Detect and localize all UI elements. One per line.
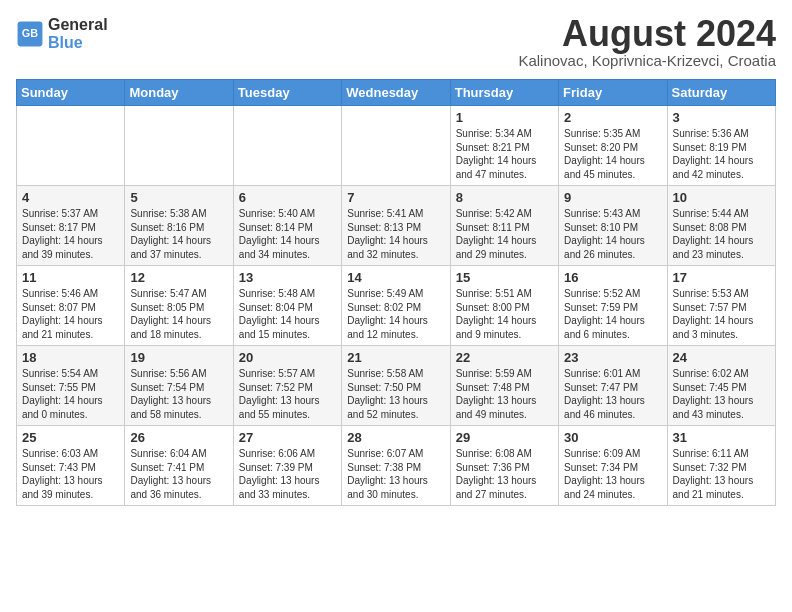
calendar-cell: 26Sunrise: 6:04 AM Sunset: 7:41 PM Dayli…: [125, 426, 233, 506]
calendar-cell: 19Sunrise: 5:56 AM Sunset: 7:54 PM Dayli…: [125, 346, 233, 426]
day-info: Sunrise: 5:52 AM Sunset: 7:59 PM Dayligh…: [564, 287, 661, 341]
day-number: 14: [347, 270, 444, 285]
day-info: Sunrise: 6:11 AM Sunset: 7:32 PM Dayligh…: [673, 447, 770, 501]
day-number: 20: [239, 350, 336, 365]
calendar-week-row: 11Sunrise: 5:46 AM Sunset: 8:07 PM Dayli…: [17, 266, 776, 346]
day-number: 23: [564, 350, 661, 365]
day-info: Sunrise: 5:46 AM Sunset: 8:07 PM Dayligh…: [22, 287, 119, 341]
day-info: Sunrise: 5:41 AM Sunset: 8:13 PM Dayligh…: [347, 207, 444, 261]
calendar-cell: [125, 106, 233, 186]
calendar-cell: [233, 106, 341, 186]
day-number: 24: [673, 350, 770, 365]
day-info: Sunrise: 6:07 AM Sunset: 7:38 PM Dayligh…: [347, 447, 444, 501]
logo-line1: General: [48, 16, 108, 33]
weekday-header-sunday: Sunday: [17, 80, 125, 106]
day-info: Sunrise: 5:49 AM Sunset: 8:02 PM Dayligh…: [347, 287, 444, 341]
calendar-cell: 16Sunrise: 5:52 AM Sunset: 7:59 PM Dayli…: [559, 266, 667, 346]
calendar-cell: 22Sunrise: 5:59 AM Sunset: 7:48 PM Dayli…: [450, 346, 558, 426]
calendar-week-row: 25Sunrise: 6:03 AM Sunset: 7:43 PM Dayli…: [17, 426, 776, 506]
logo-icon: GB: [16, 20, 44, 48]
calendar-cell: 13Sunrise: 5:48 AM Sunset: 8:04 PM Dayli…: [233, 266, 341, 346]
calendar-cell: 20Sunrise: 5:57 AM Sunset: 7:52 PM Dayli…: [233, 346, 341, 426]
day-info: Sunrise: 5:38 AM Sunset: 8:16 PM Dayligh…: [130, 207, 227, 261]
day-info: Sunrise: 5:37 AM Sunset: 8:17 PM Dayligh…: [22, 207, 119, 261]
day-number: 16: [564, 270, 661, 285]
calendar-cell: 24Sunrise: 6:02 AM Sunset: 7:45 PM Dayli…: [667, 346, 775, 426]
calendar-cell: 5Sunrise: 5:38 AM Sunset: 8:16 PM Daylig…: [125, 186, 233, 266]
calendar-cell: 31Sunrise: 6:11 AM Sunset: 7:32 PM Dayli…: [667, 426, 775, 506]
calendar-cell: 21Sunrise: 5:58 AM Sunset: 7:50 PM Dayli…: [342, 346, 450, 426]
day-number: 31: [673, 430, 770, 445]
calendar-cell: 3Sunrise: 5:36 AM Sunset: 8:19 PM Daylig…: [667, 106, 775, 186]
weekday-header-monday: Monday: [125, 80, 233, 106]
weekday-header-thursday: Thursday: [450, 80, 558, 106]
day-number: 10: [673, 190, 770, 205]
calendar-cell: 2Sunrise: 5:35 AM Sunset: 8:20 PM Daylig…: [559, 106, 667, 186]
calendar-cell: 14Sunrise: 5:49 AM Sunset: 8:02 PM Dayli…: [342, 266, 450, 346]
svg-text:GB: GB: [22, 27, 38, 39]
calendar-cell: 9Sunrise: 5:43 AM Sunset: 8:10 PM Daylig…: [559, 186, 667, 266]
calendar-cell: 30Sunrise: 6:09 AM Sunset: 7:34 PM Dayli…: [559, 426, 667, 506]
day-number: 12: [130, 270, 227, 285]
calendar-week-row: 18Sunrise: 5:54 AM Sunset: 7:55 PM Dayli…: [17, 346, 776, 426]
logo: GB General Blue: [16, 16, 108, 51]
logo-line2: Blue: [48, 34, 83, 51]
day-info: Sunrise: 6:03 AM Sunset: 7:43 PM Dayligh…: [22, 447, 119, 501]
calendar-cell: 11Sunrise: 5:46 AM Sunset: 8:07 PM Dayli…: [17, 266, 125, 346]
calendar-cell: 8Sunrise: 5:42 AM Sunset: 8:11 PM Daylig…: [450, 186, 558, 266]
day-info: Sunrise: 5:59 AM Sunset: 7:48 PM Dayligh…: [456, 367, 553, 421]
calendar-cell: [342, 106, 450, 186]
day-number: 25: [22, 430, 119, 445]
day-number: 27: [239, 430, 336, 445]
day-info: Sunrise: 5:42 AM Sunset: 8:11 PM Dayligh…: [456, 207, 553, 261]
calendar-cell: 28Sunrise: 6:07 AM Sunset: 7:38 PM Dayli…: [342, 426, 450, 506]
day-number: 30: [564, 430, 661, 445]
day-number: 15: [456, 270, 553, 285]
day-info: Sunrise: 5:36 AM Sunset: 8:19 PM Dayligh…: [673, 127, 770, 181]
day-number: 21: [347, 350, 444, 365]
day-number: 2: [564, 110, 661, 125]
day-info: Sunrise: 6:02 AM Sunset: 7:45 PM Dayligh…: [673, 367, 770, 421]
day-number: 26: [130, 430, 227, 445]
weekday-header-row: SundayMondayTuesdayWednesdayThursdayFrid…: [17, 80, 776, 106]
day-number: 5: [130, 190, 227, 205]
day-number: 29: [456, 430, 553, 445]
day-info: Sunrise: 5:54 AM Sunset: 7:55 PM Dayligh…: [22, 367, 119, 421]
day-number: 22: [456, 350, 553, 365]
day-number: 7: [347, 190, 444, 205]
day-number: 17: [673, 270, 770, 285]
day-number: 3: [673, 110, 770, 125]
calendar-week-row: 1Sunrise: 5:34 AM Sunset: 8:21 PM Daylig…: [17, 106, 776, 186]
day-number: 1: [456, 110, 553, 125]
calendar-cell: 7Sunrise: 5:41 AM Sunset: 8:13 PM Daylig…: [342, 186, 450, 266]
day-info: Sunrise: 5:56 AM Sunset: 7:54 PM Dayligh…: [130, 367, 227, 421]
calendar-cell: 1Sunrise: 5:34 AM Sunset: 8:21 PM Daylig…: [450, 106, 558, 186]
calendar-cell: 18Sunrise: 5:54 AM Sunset: 7:55 PM Dayli…: [17, 346, 125, 426]
day-info: Sunrise: 5:44 AM Sunset: 8:08 PM Dayligh…: [673, 207, 770, 261]
day-number: 13: [239, 270, 336, 285]
calendar-cell: 25Sunrise: 6:03 AM Sunset: 7:43 PM Dayli…: [17, 426, 125, 506]
day-number: 4: [22, 190, 119, 205]
day-info: Sunrise: 5:57 AM Sunset: 7:52 PM Dayligh…: [239, 367, 336, 421]
day-info: Sunrise: 5:35 AM Sunset: 8:20 PM Dayligh…: [564, 127, 661, 181]
calendar-week-row: 4Sunrise: 5:37 AM Sunset: 8:17 PM Daylig…: [17, 186, 776, 266]
day-info: Sunrise: 5:43 AM Sunset: 8:10 PM Dayligh…: [564, 207, 661, 261]
day-info: Sunrise: 5:53 AM Sunset: 7:57 PM Dayligh…: [673, 287, 770, 341]
weekday-header-tuesday: Tuesday: [233, 80, 341, 106]
day-number: 8: [456, 190, 553, 205]
calendar-cell: 4Sunrise: 5:37 AM Sunset: 8:17 PM Daylig…: [17, 186, 125, 266]
day-info: Sunrise: 5:48 AM Sunset: 8:04 PM Dayligh…: [239, 287, 336, 341]
day-info: Sunrise: 5:51 AM Sunset: 8:00 PM Dayligh…: [456, 287, 553, 341]
day-info: Sunrise: 5:34 AM Sunset: 8:21 PM Dayligh…: [456, 127, 553, 181]
day-info: Sunrise: 6:09 AM Sunset: 7:34 PM Dayligh…: [564, 447, 661, 501]
day-info: Sunrise: 6:08 AM Sunset: 7:36 PM Dayligh…: [456, 447, 553, 501]
weekday-header-friday: Friday: [559, 80, 667, 106]
day-number: 18: [22, 350, 119, 365]
location-subtitle: Kalinovac, Koprivnica-Krizevci, Croatia: [518, 52, 776, 69]
day-info: Sunrise: 6:01 AM Sunset: 7:47 PM Dayligh…: [564, 367, 661, 421]
day-number: 6: [239, 190, 336, 205]
calendar-cell: 12Sunrise: 5:47 AM Sunset: 8:05 PM Dayli…: [125, 266, 233, 346]
calendar-cell: 29Sunrise: 6:08 AM Sunset: 7:36 PM Dayli…: [450, 426, 558, 506]
calendar-cell: 10Sunrise: 5:44 AM Sunset: 8:08 PM Dayli…: [667, 186, 775, 266]
calendar-table: SundayMondayTuesdayWednesdayThursdayFrid…: [16, 79, 776, 506]
